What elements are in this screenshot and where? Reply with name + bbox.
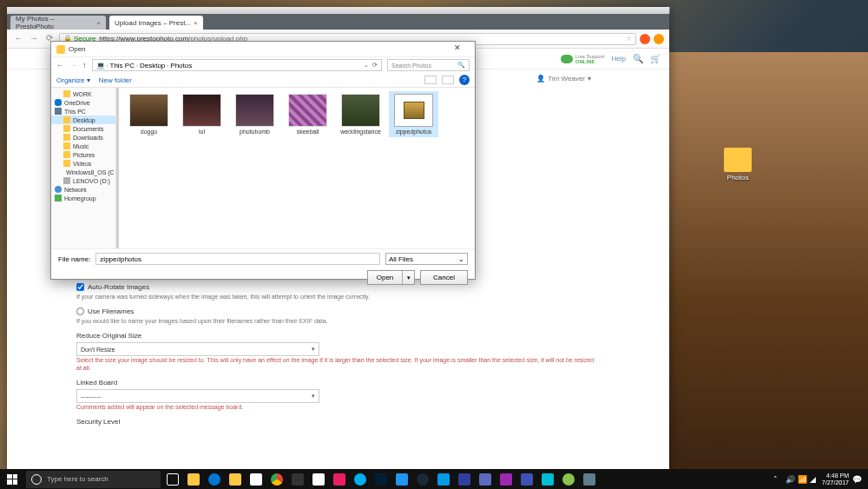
chevron-right-icon: › [107,63,108,68]
folder-icon [63,90,70,97]
calculator-button[interactable] [308,469,329,489]
refresh-icon[interactable]: ⟳ [372,62,378,69]
chrome-button[interactable] [266,469,287,489]
tree-item[interactable]: LENOVO (D:) [51,176,115,185]
forward-button[interactable]: → [28,33,40,45]
user-menu[interactable]: 👤 Tim Weaver ▾ [536,75,591,83]
tree-item[interactable]: Downloads [51,133,115,142]
desktop-icon-photos[interactable]: Photos [720,148,755,182]
file-label: photobomb [240,129,270,135]
steam-button[interactable] [412,469,433,489]
file-item[interactable]: photobomb [230,91,279,137]
tree-item[interactable]: Homegroup [51,194,115,202]
up-button[interactable]: ↑ [82,61,87,69]
app-button[interactable] [475,469,496,489]
star-icon[interactable]: ☆ [626,35,632,43]
tree-item-label: Downloads [73,135,103,141]
app-button[interactable] [496,469,516,489]
app-button[interactable] [516,469,537,489]
net-icon [55,186,62,193]
extension-icon[interactable] [654,34,664,44]
help-button[interactable]: ? [459,75,470,85]
tab-strip: My Photos – PrestoPhoto × Upload Images … [7,14,669,30]
tree-item-label: Pictures [73,152,95,158]
tree-item[interactable]: This PC [51,107,115,116]
tree-item[interactable]: Music [51,142,115,150]
pc-icon: 💻 [96,62,105,69]
file-type-select[interactable]: All Files ⌄ [385,253,468,265]
wifi-icon[interactable]: ◢ [810,475,819,484]
view-mode-button[interactable] [424,76,437,84]
open-button[interactable]: Open ▾ [367,270,415,285]
file-item[interactable]: skeeball [283,91,332,137]
explorer-button[interactable] [225,469,246,489]
tree-item[interactable]: Documents [51,124,115,133]
notifications-icon[interactable]: 💬 [852,475,861,484]
tab-upload-images[interactable]: Upload Images – Prest... × [109,16,203,30]
tree-item[interactable]: Pictures [51,150,115,159]
tree-item-label: Music [73,143,89,149]
tree-item[interactable]: WORK [51,89,115,98]
file-item[interactable]: doggo [124,91,174,137]
tab-close-icon[interactable]: × [194,19,198,27]
tree-item[interactable]: Windows8_OS (C [51,168,115,176]
volume-icon[interactable]: 🔊 [786,475,794,484]
live-support[interactable]: Live Support ONLINE [561,54,605,64]
file-explorer-button[interactable] [183,469,204,489]
tab-my-photos[interactable]: My Photos – PrestoPhoto × [10,16,106,30]
skype-button[interactable] [350,469,371,489]
back-button[interactable]: ← [56,61,64,69]
file-name-input[interactable] [95,253,380,265]
organize-menu[interactable]: Organize ▾ [56,76,90,84]
app-button[interactable] [329,469,350,489]
task-view-button[interactable] [162,469,183,489]
linked-board-select[interactable]: ---------- ▾ [76,389,319,403]
chevron-down-icon: ▾ [312,346,315,353]
file-item[interactable]: weddingstance [336,91,385,137]
reduce-size-select[interactable]: Don't Resize ▾ [76,342,319,356]
tree-item[interactable]: Videos [51,159,115,168]
forward-button[interactable]: → [69,61,77,69]
cart-icon[interactable]: 🛒 [650,54,661,63]
file-item[interactable]: zippedphotos [389,91,438,137]
tree-item[interactable]: Network [51,185,115,194]
taskbar-clock[interactable]: 4:48 PM 7/27/2017 [822,472,849,486]
zip-icon [404,102,424,119]
search-icon[interactable]: 🔍 [633,54,643,63]
app-button[interactable] [454,469,475,489]
folder-tree: WORKOneDriveThis PCDesktopDocumentsDownl… [51,88,116,248]
tree-item[interactable]: OneDrive [51,98,115,107]
start-button[interactable] [0,469,24,489]
search-input[interactable]: Search Photos 🔍 [387,59,470,71]
app-button[interactable] [391,469,412,489]
taskbar-search[interactable]: Type here to search [26,471,161,488]
app-button[interactable] [537,469,558,489]
app-button[interactable] [579,469,600,489]
edge-button[interactable] [204,469,225,489]
tab-close-icon[interactable]: × [96,19,101,27]
tree-item-label: Windows8_OS (C [66,169,115,175]
help-link[interactable]: Help [612,55,626,63]
preview-pane-button[interactable] [442,76,454,84]
app-button[interactable] [433,469,454,489]
cancel-button[interactable]: Cancel [420,270,468,285]
back-button[interactable]: ← [12,33,24,45]
extension-icon[interactable] [640,34,650,44]
network-icon[interactable]: 📶 [798,475,806,484]
use-filenames-radio[interactable]: Use Filenames [76,307,600,315]
tray-chevron-icon[interactable]: ˄ [773,475,782,484]
chevron-right-icon: › [167,63,168,68]
tree-item[interactable]: Desktop [51,116,115,124]
app-button[interactable] [558,469,579,489]
terminal-button[interactable] [287,469,308,489]
open-dropdown-button[interactable]: ▾ [402,271,414,284]
dialog-close-button[interactable]: ✕ [445,43,470,56]
photoshop-button[interactable] [371,469,391,489]
chevron-down-icon[interactable]: ⌄ [364,62,369,69]
file-item[interactable]: lol [177,91,227,137]
chevron-right-icon: › [136,63,138,68]
path-breadcrumb[interactable]: 💻 › This PC › Desktop › Photos ⌄ ⟳ [92,59,383,71]
new-folder-button[interactable]: New folder [99,76,132,84]
browser-titlebar [7,7,669,14]
store-button[interactable] [246,469,266,489]
